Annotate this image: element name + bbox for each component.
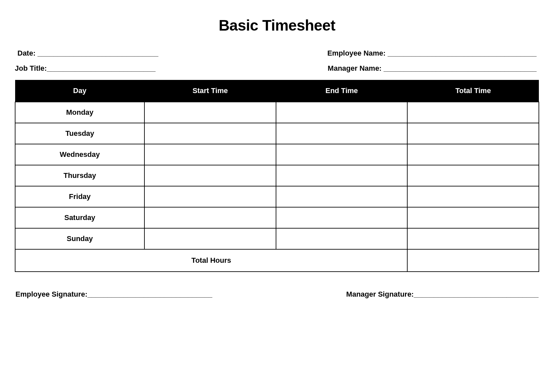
day-cell: Friday — [15, 186, 144, 207]
timesheet-table: Day Start Time End Time Total Time Monda… — [15, 80, 539, 272]
header-end-time: End Time — [276, 80, 408, 102]
end-cell — [276, 165, 408, 186]
manager-name-label: Manager Name: __________________________… — [328, 64, 537, 73]
table-row: Wednesday — [15, 144, 539, 165]
employee-signature-label: Employee Signature:_____________________… — [15, 290, 212, 299]
signature-row: Employee Signature:_____________________… — [15, 290, 539, 299]
total-cell — [407, 207, 539, 228]
header-day: Day — [15, 80, 144, 102]
table-row: Monday — [15, 102, 539, 123]
header-start-time: Start Time — [144, 80, 276, 102]
end-cell — [276, 228, 408, 249]
table-row: Tuesday — [15, 123, 539, 144]
day-cell: Saturday — [15, 207, 144, 228]
info-row-2: Job Title:___________________________ Ma… — [15, 64, 539, 73]
total-cell — [407, 228, 539, 249]
start-cell — [144, 186, 276, 207]
day-cell: Monday — [15, 102, 144, 123]
start-cell — [144, 102, 276, 123]
total-cell — [407, 186, 539, 207]
total-cell — [407, 123, 539, 144]
end-cell — [276, 186, 408, 207]
end-cell — [276, 144, 408, 165]
job-title-label: Job Title:___________________________ — [15, 64, 156, 73]
start-cell — [144, 228, 276, 249]
header-total-time: Total Time — [407, 80, 539, 102]
table-footer-row: Total Hours — [15, 249, 539, 272]
day-cell: Thursday — [15, 165, 144, 186]
total-cell — [407, 165, 539, 186]
day-cell: Sunday — [15, 228, 144, 249]
total-cell — [407, 144, 539, 165]
day-cell: Wednesday — [15, 144, 144, 165]
start-cell — [144, 144, 276, 165]
start-cell — [144, 123, 276, 144]
manager-signature-label: Manager Signature:______________________… — [346, 290, 539, 299]
start-cell — [144, 207, 276, 228]
date-label: Date: ______________________________ — [17, 49, 158, 58]
table-row: Thursday — [15, 165, 539, 186]
end-cell — [276, 207, 408, 228]
employee-name-label: Employee Name: _________________________… — [327, 49, 537, 58]
end-cell — [276, 102, 408, 123]
total-hours-label: Total Hours — [15, 249, 407, 272]
page-title: Basic Timesheet — [15, 16, 539, 34]
day-cell: Tuesday — [15, 123, 144, 144]
start-cell — [144, 165, 276, 186]
table-row: Sunday — [15, 228, 539, 249]
total-cell — [407, 102, 539, 123]
table-row: Friday — [15, 186, 539, 207]
table-row: Saturday — [15, 207, 539, 228]
info-row-1: Date: ______________________________ Emp… — [15, 49, 539, 58]
end-cell — [276, 123, 408, 144]
total-hours-value — [407, 249, 539, 272]
table-header-row: Day Start Time End Time Total Time — [15, 80, 539, 102]
